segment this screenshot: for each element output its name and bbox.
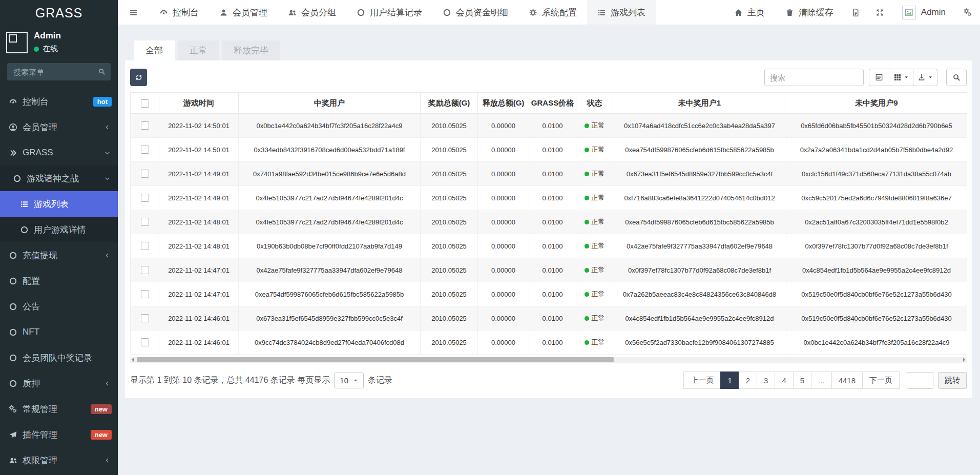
cell-loser1: 0x0f397ef78fc1307b77d0f92a68c08c7de3ef8b… [613,258,786,282]
sidebar-item-general-management[interactable]: 常规管理new [0,396,118,422]
search-submit-button[interactable] [946,69,967,86]
cell-time: 2022-11-02 14:46:01 [159,306,239,331]
cell-winner: 0x42ae75fafe9f327775aa33947dfa602ef9e796… [239,258,421,282]
status-badge: 正常 [592,170,605,177]
topnav-item-3[interactable]: 会员分组 [278,0,346,25]
gauge-icon [9,97,17,106]
topnav-item-5[interactable]: 会员资金明细 [432,0,518,25]
page-button-5[interactable]: 5 [793,371,811,389]
cell-status: 正常 [576,331,613,355]
jump-page-input[interactable] [907,372,933,389]
topnav-item-label: 会员管理 [233,7,267,18]
cell-loser9: 0xcfc156d1f49c371d560eca77131da38a55c074… [786,162,967,186]
sidebar-item-recharge-withdraw[interactable]: 充值提现 [0,242,118,268]
detail-view-button[interactable] [869,69,889,86]
column-header-time[interactable]: 游戏时间 [159,93,239,114]
row-checkbox[interactable] [141,338,149,346]
columns-button[interactable] [889,69,913,86]
row-checkbox[interactable] [141,194,149,202]
sidebar-item-permission-management[interactable]: 权限管理 [0,447,118,473]
topnav-item-2[interactable]: 会员管理 [209,0,278,25]
caret-down-icon [928,75,933,80]
fullscreen-button[interactable] [868,0,892,25]
row-checkbox[interactable] [141,242,149,250]
column-header-price[interactable]: GRASS价格 [529,93,576,114]
row-checkbox[interactable] [141,266,149,274]
sidebar-item-member-management[interactable]: 会员管理 [0,114,118,140]
column-header-reward[interactable]: 奖励总额(G) [421,93,478,114]
settings-button[interactable] [956,0,980,25]
clear-cache-button[interactable]: 清除缓存 [775,0,844,25]
scroll-left-arrow-icon[interactable] [132,358,134,362]
next-page-button[interactable]: 下一页 [862,371,900,389]
row-checkbox[interactable] [141,314,149,322]
document-button[interactable] [844,0,868,25]
column-header-status[interactable]: 状态 [576,93,613,114]
horizontal-scrollbar[interactable] [130,357,967,363]
select-all-checkbox[interactable] [141,99,149,108]
page-button-1[interactable]: 1 [720,371,739,389]
sidebar-item-game-list[interactable]: 游戏列表 [0,191,118,217]
row-checkbox[interactable] [141,170,149,178]
page-size-dropdown[interactable]: 10 [334,373,364,388]
column-header-released[interactable]: 释放总额(G) [478,93,529,114]
export-button[interactable] [913,69,937,86]
tab-3[interactable]: 释放完毕 [222,40,280,60]
sidebar-item-team-award-records[interactable]: 会员团队中奖记录 [0,345,118,370]
sidebar-item-announcement[interactable]: 公告 [0,294,118,319]
sidebar-item-pledge[interactable]: 质押 [0,370,118,396]
cell-status: 正常 [576,258,613,282]
sidebar-item-plugin-management[interactable]: 插件管理new [0,422,118,447]
topnav-item-1[interactable]: 控制台 [149,0,209,25]
sidebar-item-config[interactable]: 配置 [0,268,118,294]
brand-logo[interactable]: GRASS [0,0,118,26]
tab-1[interactable]: 全部 [134,40,175,60]
tab-2[interactable]: 正常 [178,40,219,60]
scrollbar-thumb[interactable] [137,357,614,362]
row-checkbox[interactable] [141,146,149,154]
row-checkbox[interactable] [141,121,149,130]
page-button-2[interactable]: 2 [739,371,757,389]
cell-status: 正常 [576,186,613,210]
user-menu[interactable]: Admin [892,0,956,25]
table-body: 2022-11-02 14:50:010x0bc1e442c0a624b34bf… [131,114,967,355]
sidebar-item-grass[interactable]: GRASS [0,140,118,166]
column-header-loser9[interactable]: 未中奖用户9 [786,93,967,114]
prev-page-button[interactable]: 上一页 [683,371,721,389]
circle-o-icon [9,328,17,337]
row-checkbox[interactable] [141,218,149,226]
cell-released: 0.00000 [478,306,529,331]
row-checkbox[interactable] [141,290,149,298]
sidebar-item-dashboard[interactable]: 控制台hot [0,89,118,114]
sidebar-item-user-game-detail[interactable]: 用户游戏详情 [0,217,118,242]
column-header-winner[interactable]: 中奖用户 [239,93,421,114]
ellipsis-button[interactable]: ... [811,371,832,389]
page-button-3[interactable]: 3 [757,371,775,389]
topnav-item-4[interactable]: 用户结算记录 [346,0,432,25]
sidebar-search [7,63,111,80]
column-header-loser1[interactable]: 未中奖用户1 [613,93,786,114]
sidebar-search-input[interactable] [7,63,111,80]
topnav-item-6[interactable]: 系统配置 [518,0,587,25]
circle-o-icon [20,225,29,234]
user-status: 在线 [34,44,61,54]
home-button[interactable]: 主页 [724,0,775,25]
page-button-4[interactable]: 4 [775,371,793,389]
topnav-item-7[interactable]: 游戏列表 [587,0,656,25]
table-search-input[interactable] [764,69,864,86]
jump-button[interactable]: 跳转 [938,372,967,389]
sidebar-toggle-button[interactable] [118,0,149,25]
refresh-button[interactable] [130,69,147,86]
cell-winner: 0x7401a98fae592d34be015ce986b9ce7e6e5d6a… [239,162,421,186]
sidebar-item-nft[interactable]: NFT [0,319,118,345]
circle-o-icon [9,251,17,260]
topnav-item-label: 会员资金明细 [456,7,508,18]
cell-time: 2022-11-02 14:50:01 [159,138,239,162]
new-badge: new [91,404,112,414]
cell-time: 2022-11-02 14:50:01 [159,114,239,138]
export-icon [918,73,926,81]
page-button-4418[interactable]: 4418 [831,371,863,389]
scroll-right-arrow-icon[interactable] [963,358,965,362]
cell-status: 正常 [576,210,613,234]
sidebar-item-game-gods-war[interactable]: 游戏诸神之战 [0,166,118,191]
